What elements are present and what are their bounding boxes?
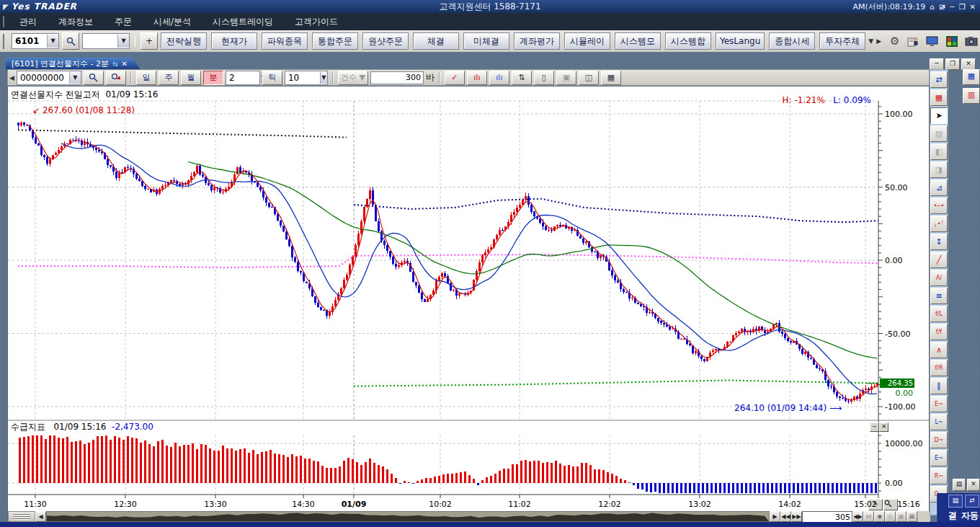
scroll-left-icon[interactable]: ◀	[35, 511, 46, 522]
menu-item-2[interactable]: 주문	[115, 16, 132, 28]
close-button[interactable]: ✕	[970, 3, 976, 11]
vertical-line-icon[interactable]: ╷•╵	[930, 216, 948, 232]
sort-updown-icon[interactable]: ⇅	[512, 71, 532, 85]
menu-item-5[interactable]: 고객가이드	[295, 16, 338, 28]
tab-close-icon[interactable]: ✕	[122, 60, 128, 68]
candle-page-icon[interactable]: ◫	[579, 71, 599, 85]
scroll-right-icon[interactable]: ▶	[770, 511, 780, 522]
toolbar-button-5[interactable]: 체결	[413, 32, 459, 50]
bar-count-input[interactable]	[370, 71, 424, 84]
toolbar-button-9[interactable]: 시스템모	[615, 32, 661, 50]
search-button[interactable]	[84, 71, 104, 85]
chevron-down-icon[interactable]: ▼	[117, 35, 129, 48]
customer-guide-icon[interactable]	[907, 36, 919, 47]
layout-grid-icon[interactable]: ▦	[963, 69, 980, 85]
search-jump-button[interactable]	[106, 71, 126, 85]
tick-count-combo[interactable]: 10 ▼	[285, 71, 328, 85]
cursor-icon[interactable]: ➤	[930, 107, 948, 124]
text-tool-icon[interactable]: A/	[930, 270, 948, 286]
toolbar-button-12[interactable]: 종합시세	[769, 32, 815, 50]
e-wave-icon[interactable]: E~	[930, 450, 948, 466]
chevron-right-icon[interactable]: ▶	[876, 37, 881, 45]
toolbar-button-13[interactable]: 투자주체	[819, 32, 865, 50]
toolbar-button-3[interactable]: 통합주문	[312, 32, 358, 50]
nav-left-icon[interactable]: ◀	[9, 74, 14, 81]
scroll-fast-right-icon[interactable]: ▶▶	[791, 511, 802, 522]
home-icon[interactable]: ⌂	[930, 3, 934, 11]
zoom-in-icon[interactable]: ⊕	[874, 511, 885, 522]
new-page-icon[interactable]: ▯	[534, 71, 554, 85]
close-scroll-icon[interactable]: ☒	[906, 511, 917, 522]
doc-list-icon[interactable]: ▤	[948, 495, 963, 508]
symbol-name-combo[interactable]: ▼	[82, 33, 130, 49]
chevron-down-icon[interactable]: ▼	[47, 35, 58, 48]
fibo-line-icon[interactable]: f/L	[930, 306, 948, 322]
grid-settings-icon[interactable]: ▦	[601, 71, 621, 85]
elliott-wave-icon[interactable]: E~	[930, 396, 948, 412]
toolbar-button-10[interactable]: 시스템합	[665, 32, 711, 50]
scroll-fast-left-icon[interactable]: ◀◀	[780, 511, 791, 522]
tick-button[interactable]: 틱	[262, 71, 282, 85]
d-wave-icon[interactable]: D~	[930, 432, 948, 448]
interval-combo[interactable]: 2 ▼	[226, 71, 260, 85]
menu-item-4[interactable]: 시스템트레이딩	[213, 16, 273, 28]
symbol-combo[interactable]: 6101 ▼	[12, 33, 59, 49]
horizontal-line-icon[interactable]: •─•	[930, 198, 948, 214]
indicator-chart-icon[interactable]: ⊿	[930, 180, 948, 196]
toolbar-button-8[interactable]: 시뮬레이	[564, 32, 610, 50]
toolbar-button-2[interactable]: 파워종목	[262, 32, 308, 50]
toolbar-button-1[interactable]: 현재가	[211, 32, 257, 50]
parallel-line-icon[interactable]: ∥	[930, 378, 948, 394]
child-close-button[interactable]: ✕	[961, 58, 976, 70]
fibo-retrace-icon[interactable]: f/R	[930, 360, 948, 376]
chevron-down-icon[interactable]: ▼	[69, 72, 81, 84]
child-minimize-button[interactable]: ─	[930, 58, 944, 70]
red-chart-icon[interactable]: ▥	[963, 88, 980, 104]
toolbar-button-11[interactable]: YesLangu	[716, 32, 765, 50]
screen-capture-icon[interactable]	[965, 36, 978, 46]
r-wave-icon[interactable]: R~	[930, 468, 948, 484]
remote-monitor-icon[interactable]	[926, 36, 939, 47]
multi-line-icon[interactable]: ≡	[930, 288, 948, 304]
refresh-icon[interactable]: ⇄	[930, 71, 948, 88]
restore-button[interactable]: ❐	[959, 3, 966, 11]
code-combo[interactable]: 00000000 ▼	[17, 71, 81, 85]
trend-line-icon[interactable]: ╱	[930, 252, 948, 268]
crosshair-check-icon[interactable]: ✓	[445, 71, 465, 85]
settings-gear-icon[interactable]: ⚙	[890, 35, 899, 48]
remote-monitor-icon[interactable]: 🖳	[939, 3, 946, 11]
child-restore-button[interactable]: ❐	[945, 58, 960, 70]
chart-window-tab[interactable]: [6101] 연결선물지수 - 2분 ⇆ ✕	[6, 58, 141, 70]
toolbar-button-4[interactable]: 원샷주문	[362, 32, 409, 50]
multi-chart-icon[interactable]: ▦	[930, 89, 948, 106]
toolbar-grip[interactable]	[3, 16, 8, 28]
speed-fan-icon[interactable]: ∧	[930, 342, 948, 358]
menu-item-1[interactable]: 계좌정보	[58, 16, 93, 28]
history-minimap[interactable]	[46, 511, 770, 522]
sub-panel-close-button[interactable]: ✕	[879, 422, 888, 432]
auto-loop-icon[interactable]: ⇄	[965, 495, 979, 508]
menu-item-0[interactable]: 관리	[19, 16, 37, 28]
symbol-search-button[interactable]	[62, 32, 79, 50]
swap-arrows-icon[interactable]: ⇆	[112, 61, 118, 68]
add-button[interactable]: +	[141, 32, 158, 50]
period-button-주[interactable]: 주	[159, 71, 179, 85]
screen-layout-icon[interactable]	[946, 36, 958, 47]
chevron-down-icon[interactable]: ▼	[320, 72, 327, 84]
toolbar-grip[interactable]	[3, 34, 4, 49]
period-button-일[interactable]: 일	[136, 71, 156, 85]
candle-marker-icon[interactable]: ↕	[930, 234, 948, 250]
signal-bars-icon[interactable]: ılı	[467, 71, 487, 85]
period-button-월[interactable]: 월	[181, 71, 201, 85]
menu-item-3[interactable]: 시세/분석	[153, 16, 191, 28]
volume-bars-icon[interactable]: ılı	[489, 71, 509, 85]
sub-panel-minimize-button[interactable]: ─	[870, 422, 879, 432]
expand-bars-icon[interactable]: ◀▶	[852, 511, 863, 522]
close-panel-icon[interactable]: ✕	[967, 479, 980, 491]
chart-canvas[interactable]: 100.0050.000.00-50.00-100.0010000.000.00	[8, 87, 930, 499]
toolbar-button-7[interactable]: 계좌평가	[514, 32, 560, 50]
line-study-icon[interactable]: L~	[930, 414, 948, 430]
minimize-button[interactable]: ─	[950, 3, 955, 11]
period-button-분[interactable]: 분	[203, 71, 223, 85]
fibo-time-icon[interactable]: f/f	[930, 324, 948, 340]
